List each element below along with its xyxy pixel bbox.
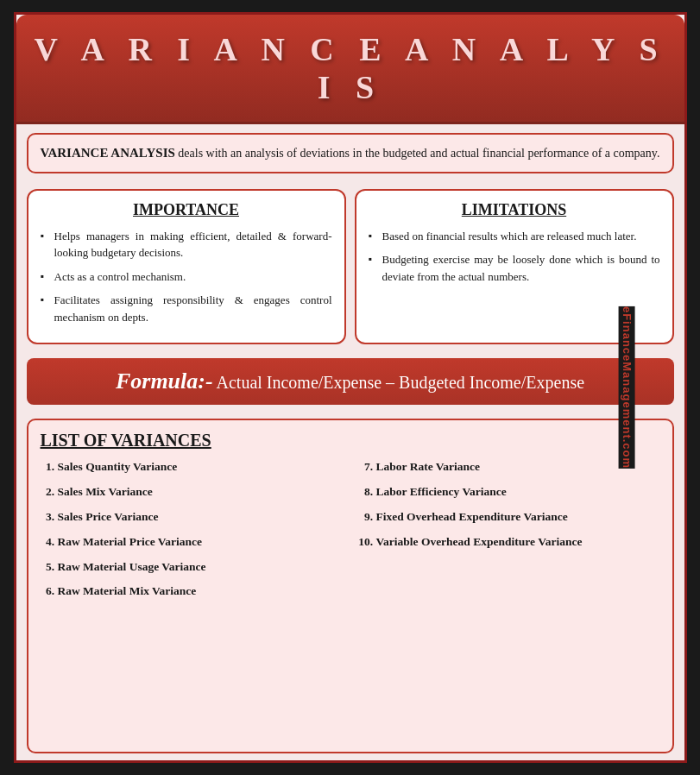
definition-bold: VARIANCE ANALYSIS [41,146,175,160]
list-item-8: Labor Efficiency Variance [376,484,660,501]
formula-content: Actual Income/Expense – Budgeted Income/… [213,373,584,392]
definition-text: VARIANCE ANALYSIS deals with an analysis… [41,143,660,163]
limitations-item-2: Budgeting exercise may be loosely done w… [369,251,660,285]
formula-text: Formula:- Actual Income/Expense – Budget… [116,373,584,392]
middle-section: IMPORTANCE Helps managers in making effi… [27,189,674,345]
definition-rest: deals with an analysis of deviations in … [175,147,660,160]
main-container: V A R I A N C E A N A L Y S I S VARIANCE… [14,12,687,763]
formula-box: Formula:- Actual Income/Expense – Budget… [27,358,674,405]
variances-right-col: Labor Rate Variance Labor Efficiency Var… [350,459,660,608]
importance-list: Helps managers in making efficient, deta… [41,228,332,326]
limitations-list: Based on financial results which are rel… [369,228,660,286]
definition-box: VARIANCE ANALYSIS deals with an analysis… [27,133,674,173]
list-item-2: Sales Mix Variance [58,484,342,501]
list-item-6: Raw Material Mix Variance [58,583,342,600]
variances-left-col: Sales Quantity Variance Sales Mix Varian… [41,459,342,608]
importance-item-2: Acts as a control mechanism. [41,268,332,286]
header: V A R I A N C E A N A L Y S I S [16,15,684,124]
variances-left-list: Sales Quantity Variance Sales Mix Varian… [41,459,342,600]
importance-box: IMPORTANCE Helps managers in making effi… [27,189,346,345]
list-item-9: Fixed Overhead Expenditure Variance [376,509,660,526]
importance-item-3: Facilitates assigning responsibility & e… [41,292,332,325]
list-item-3: Sales Price Variance [58,509,342,526]
side-text: eFinanceManagement.com [619,306,635,469]
list-item-5: Raw Material Usage Variance [58,559,342,576]
limitations-item-1: Based on financial results which are rel… [369,228,660,245]
list-item-1: Sales Quantity Variance [58,459,342,476]
variances-right-list: Labor Rate Variance Labor Efficiency Var… [359,459,660,551]
importance-title: IMPORTANCE [41,201,332,219]
list-item-10: Variable Overhead Expenditure Variance [376,534,660,551]
variances-box: LIST OF VARIANCES Sales Quantity Varianc… [27,419,674,753]
limitations-title: LIMITATIONS [369,201,660,219]
variances-title: LIST OF VARIANCES [41,431,660,451]
page-title: V A R I A N C E A N A L Y S I S [34,31,665,105]
list-item-4: Raw Material Price Variance [58,534,342,551]
list-item-7: Labor Rate Variance [376,459,660,476]
importance-item-1: Helps managers in making efficient, deta… [41,228,332,261]
variances-columns: Sales Quantity Variance Sales Mix Varian… [41,459,660,608]
formula-label: Formula:- [116,369,213,394]
